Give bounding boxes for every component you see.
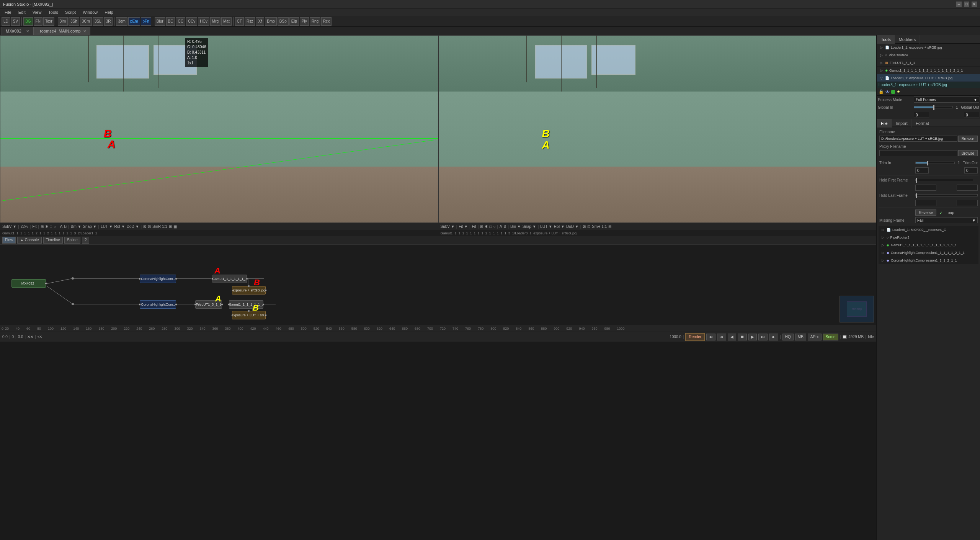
render-button[interactable]: Render: [685, 333, 705, 341]
missing-frame-dropdown[interactable]: Fail ▼: [915, 217, 978, 223]
tab-mx092[interactable]: MX#092_ ✕: [2, 27, 33, 35]
panel-tab-tools[interactable]: Tools: [877, 35, 895, 44]
close-button[interactable]: ✕: [972, 2, 977, 7]
filename-value[interactable]: D:\Renders\exposure + LUT + sRGB.jpg: [879, 136, 957, 142]
spline-tab-btn[interactable]: Spline: [64, 237, 80, 244]
node-item-piperouter4[interactable]: ▷ ○ PipeRouter4: [877, 51, 980, 59]
toolbar-eip[interactable]: EIp: [289, 17, 299, 26]
tab-main-comp[interactable]: _roomse4_MAIN.comp ✕: [33, 27, 90, 35]
stop-btn[interactable]: ⏹: [738, 334, 747, 340]
node-corona-1[interactable]: CoronaHighlightCom..: [140, 275, 176, 283]
flow-tab-btn[interactable]: Flow: [2, 237, 16, 244]
toolbar-bsp[interactable]: BSp: [278, 17, 289, 26]
toolbar-bc[interactable]: BC: [166, 17, 175, 26]
toolbar-texr[interactable]: Texr: [43, 17, 54, 26]
process-mode-dropdown[interactable]: Full Frames ▼: [914, 97, 979, 103]
toolbar-pfn[interactable]: pFn: [141, 17, 151, 26]
reverse-btn[interactable]: Reverse: [915, 209, 936, 216]
toolbar-rcx[interactable]: Rcx: [321, 17, 332, 26]
trim-out-val[interactable]: 0: [964, 167, 978, 173]
node-item-gamut1[interactable]: ▷ ◈ Gamut1_1_1_1_1_1_1_2_1_1_1_1_1_1_2_1…: [877, 67, 980, 74]
node-item-loader1[interactable]: ▷ 📄 Loader1_1: exposure + sRGB.jpg: [877, 44, 980, 51]
toolbar-mrg[interactable]: Mrg: [210, 17, 220, 26]
toolbar-rng[interactable]: Rng: [310, 17, 320, 26]
toolbar-3sh[interactable]: 3Sh: [69, 17, 79, 26]
toolbar-3sl[interactable]: 3SL: [93, 17, 103, 26]
node-item-filelut[interactable]: ▷ ⊞ FileLUT1_3_1_1: [877, 59, 980, 67]
viewport-right[interactable]: 4961x3373sint8 B A: [438, 35, 877, 223]
menu-view[interactable]: View: [29, 8, 45, 16]
toolbar-ct[interactable]: CT: [235, 17, 244, 26]
toolbar-cc[interactable]: CC: [176, 17, 185, 26]
play-back-btn[interactable]: ◀: [728, 334, 736, 340]
node-exposure-2[interactable]: exposure + LUT + sR..: [232, 311, 266, 319]
toolbar-rsz[interactable]: Rsz: [245, 17, 255, 26]
play-fwd-btn[interactable]: ▶: [748, 334, 757, 340]
toolbar-ccv[interactable]: CCv: [186, 17, 197, 26]
node-item-piperouter2[interactable]: ▷ ○ PipeRouter2: [879, 234, 978, 241]
toolbar-fn[interactable]: FN: [34, 17, 42, 26]
toolbar-3im[interactable]: 3im: [58, 17, 68, 26]
menu-tools[interactable]: Tools: [45, 8, 61, 16]
menu-help[interactable]: Help: [101, 8, 116, 16]
node-item-corona2[interactable]: ▷ ◆ CoronaHighlightCompression1_1_1_2_1_…: [879, 257, 978, 264]
timeline-tab-btn[interactable]: Timeline: [43, 237, 63, 244]
play-next-btn[interactable]: ⏭: [758, 334, 768, 340]
proxy-browse-btn[interactable]: Browse: [958, 150, 978, 156]
node-item-loader6[interactable]: ▷ 📄 Loader6_1: MX#092_ _roomse4_C: [879, 226, 978, 234]
toolbar-ld[interactable]: LD: [2, 17, 10, 26]
node-item-corona1[interactable]: ▷ ◆ CoronaHighlightCompression1_1_1_1_1_…: [879, 249, 978, 257]
mb-btn[interactable]: MB: [795, 334, 806, 340]
play-prev-btn[interactable]: ⏮: [717, 334, 726, 340]
minimap[interactable]: minimap: [840, 296, 874, 322]
node-mx092[interactable]: MX#092_: [11, 279, 46, 288]
hold-last-val[interactable]: [915, 200, 936, 206]
menu-file[interactable]: File: [2, 8, 15, 16]
play-start-btn[interactable]: ⏮: [706, 334, 715, 340]
toolbar-hcv[interactable]: HCv: [198, 17, 209, 26]
panel-tab-modifiers[interactable]: Modifiers: [895, 35, 920, 44]
node-editor[interactable]: MX#092_ CoronaHighlightCom.. Gamut1_1_1_…: [0, 244, 876, 325]
menu-edit[interactable]: Edit: [15, 8, 29, 16]
hq-btn[interactable]: HQ: [782, 334, 794, 340]
toolbar-ply[interactable]: Ply: [300, 17, 309, 26]
toolbar-3r[interactable]: 3R: [104, 17, 113, 26]
tab-close-2[interactable]: ✕: [83, 29, 86, 33]
toolbar-bmp[interactable]: Bmp: [265, 17, 277, 26]
some-btn[interactable]: Some: [823, 334, 838, 340]
global-in-val[interactable]: 0: [914, 112, 929, 118]
node-item-loader3[interactable]: ▽ 📄 Loader3_1: exposure + LUT + sRGB.jpg: [877, 74, 980, 82]
filename-browse-btn[interactable]: Browse: [958, 136, 978, 142]
node-editor-help[interactable]: ?: [82, 237, 90, 244]
menu-script[interactable]: Script: [62, 8, 79, 16]
viewport-left[interactable]: R: 0.495 G: 0.45046 B: 0.43311 A: 1.0 1x…: [0, 35, 438, 223]
toolbar-3cm[interactable]: 3Cm: [80, 17, 92, 26]
proxy-value[interactable]: [879, 150, 957, 156]
maximize-button[interactable]: □: [964, 2, 969, 7]
global-out-val[interactable]: 0: [964, 112, 979, 118]
node-exposure-1[interactable]: exposure + sRGB.jpg: [232, 286, 266, 295]
trim-in-slider[interactable]: [915, 162, 955, 164]
node-item-gamut2[interactable]: ▷ ◈ Gamut1_1_1_1_1_1_1_1_1_1_1_2_1_1_1: [879, 241, 978, 249]
toolbar-blur[interactable]: Blur: [155, 17, 165, 26]
node-gamut-1[interactable]: Gamut1_1_1_1_1_1_..: [212, 275, 247, 283]
hold-last-slider[interactable]: [915, 194, 978, 196]
menu-window[interactable]: Window: [80, 8, 101, 16]
toolbar-sv[interactable]: SV: [11, 17, 20, 26]
minimize-button[interactable]: ─: [956, 2, 962, 7]
hold-first-right-val[interactable]: [957, 185, 978, 191]
hold-first-slider[interactable]: [915, 179, 973, 181]
trim-in-val[interactable]: 0: [915, 167, 929, 173]
global-slider[interactable]: [914, 106, 953, 108]
aprx-btn[interactable]: APrx: [808, 334, 822, 340]
console-tab-btn[interactable]: ▲ Console: [17, 237, 41, 244]
hold-last-right-val[interactable]: [957, 200, 978, 206]
node-corona-2[interactable]: CoronaHighlightCom..: [140, 300, 176, 309]
play-end-btn[interactable]: ⏭: [769, 334, 778, 340]
toolbar-pem[interactable]: pEm: [128, 17, 140, 26]
toolbar-xf[interactable]: Xf: [256, 17, 264, 26]
toolbar-3em[interactable]: 3em: [116, 17, 127, 26]
toolbar-mat[interactable]: Mat: [221, 17, 232, 26]
toolbar-bg[interactable]: BG: [23, 17, 33, 26]
hold-first-val[interactable]: [915, 185, 936, 191]
